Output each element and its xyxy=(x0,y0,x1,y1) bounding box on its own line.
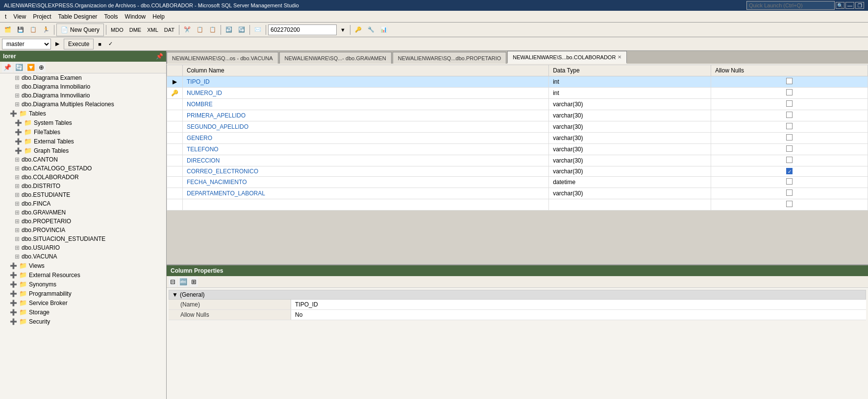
menu-t[interactable]: t xyxy=(2,12,9,21)
toolbar-mdo[interactable]: MDO xyxy=(108,24,126,36)
table-row[interactable] xyxy=(167,199,868,211)
col-nulls-cell[interactable] xyxy=(711,199,868,211)
table-row[interactable]: CORREO_ELECTRONICO varchar(30) xyxy=(167,166,868,177)
col-name-cell[interactable]: SEGUNDO_APELLIDO xyxy=(183,121,549,133)
null-checkbox[interactable] xyxy=(786,112,793,118)
table-row[interactable]: SEGUNDO_APELLIDO varchar(30) xyxy=(167,121,868,133)
toolbar-btn-4[interactable]: 🏃 xyxy=(40,24,52,36)
prop-value-allow-nulls[interactable]: No xyxy=(291,310,866,320)
col-name-cell[interactable]: NUMERO_ID xyxy=(183,88,549,99)
toolbar-dme[interactable]: DME xyxy=(127,24,144,36)
null-checkbox[interactable] xyxy=(786,189,793,196)
toolbar-dropdown[interactable]: ▼ xyxy=(338,24,348,36)
toolbar-btn-1[interactable]: 🗂️ xyxy=(2,24,14,36)
null-checkbox[interactable] xyxy=(786,123,793,129)
col-nulls-cell[interactable] xyxy=(711,121,868,133)
null-checkbox[interactable] xyxy=(786,134,793,141)
table-row[interactable]: DIRECCION varchar(30) xyxy=(167,155,868,166)
query-input[interactable] xyxy=(268,24,337,35)
col-name-cell[interactable]: GENERO xyxy=(183,133,549,144)
col-nulls-cell[interactable] xyxy=(711,99,868,110)
menu-window[interactable]: Window xyxy=(122,12,149,21)
toolbar-btn-3[interactable]: 📋 xyxy=(27,24,39,36)
col-type-cell[interactable]: int xyxy=(549,76,711,88)
sidebar-item-graph-tables[interactable]: ➕ 📁 Graph Tables xyxy=(0,146,166,155)
props-btn-3[interactable]: ⊞ xyxy=(190,277,198,287)
list-item[interactable]: ⊞ dbo.CATALOGO_ESTADO xyxy=(0,164,166,173)
table-row[interactable]: PRIMERA_APELLIDO varchar(30) xyxy=(167,110,868,121)
toolbar-redo[interactable]: ↪️ xyxy=(236,24,248,36)
table-row[interactable]: ▶ TIPO_ID int xyxy=(167,76,868,88)
sidebar-refresh-btn[interactable]: 🔄 xyxy=(14,62,25,72)
list-item[interactable]: ⊞ dbo.Diagrama Inmoviliario xyxy=(0,91,166,100)
prop-section-general[interactable]: ▼ (General) xyxy=(169,290,866,300)
col-nulls-cell[interactable] xyxy=(711,188,868,199)
sidebar-item-external-resources[interactable]: ➕ 📁 External Resources xyxy=(0,270,166,280)
null-checkbox[interactable] xyxy=(786,78,793,84)
toolbar-key[interactable]: 🔑 xyxy=(352,24,364,36)
null-checkbox[interactable] xyxy=(786,100,793,107)
col-type-cell[interactable]: varchar(30) xyxy=(549,188,711,199)
col-name-cell[interactable]: PRIMERA_APELLIDO xyxy=(183,110,549,121)
col-name-cell[interactable] xyxy=(183,199,549,211)
col-type-cell[interactable]: datetime xyxy=(549,177,711,188)
null-checkbox[interactable] xyxy=(786,145,793,152)
menu-help[interactable]: Help xyxy=(149,12,168,21)
menu-tools[interactable]: Tools xyxy=(101,12,121,21)
col-name-cell[interactable]: CORREO_ELECTRONICO xyxy=(183,166,549,177)
list-item[interactable]: ⊞ dbo.DISTRITO xyxy=(0,182,166,190)
table-row[interactable]: TELEFONO varchar(30) xyxy=(167,144,868,155)
sidebar-item-views[interactable]: ➕ 📁 Views xyxy=(0,261,166,270)
sidebar-item-system-tables[interactable]: ➕ 📁 System Tables xyxy=(0,118,166,127)
col-type-cell[interactable]: varchar(30) xyxy=(549,155,711,166)
toolbar-undo[interactable]: ↩️ xyxy=(223,24,235,36)
col-nulls-cell[interactable] xyxy=(711,133,868,144)
sidebar-item-service-broker[interactable]: ➕ 📁 Service Broker xyxy=(0,298,166,307)
tab-gravamen[interactable]: NEWALIENWARE\SQ...- dbo.GRAVAMEN xyxy=(279,52,392,64)
col-type-cell[interactable] xyxy=(549,199,711,211)
col-name-cell[interactable]: DIRECCION xyxy=(183,155,549,166)
new-query-button[interactable]: 📄 New Query xyxy=(56,23,104,36)
col-nulls-cell[interactable] xyxy=(711,144,868,155)
sidebar-item-external-tables[interactable]: ➕ 📁 External Tables xyxy=(0,137,166,146)
prop-value-name[interactable]: TIPO_ID xyxy=(291,300,866,309)
stop-btn[interactable]: ■ xyxy=(96,38,104,50)
check-btn[interactable]: ✓ xyxy=(106,38,115,50)
list-item[interactable]: ⊞ dbo.CANTON xyxy=(0,155,166,164)
sidebar-item-programmability[interactable]: ➕ 📁 Programmability xyxy=(0,289,166,298)
list-item[interactable]: ⊞ dbo.COLABORADOR xyxy=(0,173,166,182)
toolbar-dat[interactable]: DAT xyxy=(162,24,177,36)
toolbar-paste[interactable]: 📋 xyxy=(207,24,219,36)
col-type-cell[interactable]: varchar(30) xyxy=(549,166,711,177)
table-row[interactable]: DEPARTAMENTO_LABORAL varchar(30) xyxy=(167,188,868,199)
close-tab-icon[interactable]: ✕ xyxy=(618,54,621,60)
minimize-btn[interactable]: — xyxy=(845,2,854,9)
col-type-cell[interactable]: varchar(30) xyxy=(549,110,711,121)
col-type-cell[interactable]: int xyxy=(549,88,711,99)
sidebar-item-storage[interactable]: ➕ 📁 Storage xyxy=(0,307,166,317)
sidebar-pin-btn[interactable]: 📌 xyxy=(2,62,13,72)
toolbar-xml[interactable]: XML xyxy=(145,24,161,36)
table-row[interactable]: 🔑 NUMERO_ID int xyxy=(167,88,868,99)
sidebar-item-file-tables[interactable]: ➕ 📁 FileTables xyxy=(0,127,166,137)
null-checkbox[interactable] xyxy=(786,168,793,174)
col-nulls-cell[interactable] xyxy=(711,166,868,177)
toolbar-wrench[interactable]: 🔧 xyxy=(365,24,377,36)
list-item[interactable]: ⊞ dbo.Diagrama Examen xyxy=(0,73,166,82)
toolbar-cut[interactable]: ✂️ xyxy=(181,24,193,36)
toolbar-chart[interactable]: 📊 xyxy=(378,24,390,36)
col-name-cell[interactable]: NOMBRE xyxy=(183,99,549,110)
menu-view[interactable]: View xyxy=(10,12,29,21)
col-type-cell[interactable]: varchar(30) xyxy=(549,121,711,133)
list-item[interactable]: ⊞ dbo.PROVINCIA xyxy=(0,226,166,235)
toolbar-email[interactable]: ✉️ xyxy=(252,24,264,36)
list-item[interactable]: ⊞ dbo.ESTUDIANTE xyxy=(0,190,166,199)
null-checkbox[interactable] xyxy=(786,178,793,185)
tab-propetario[interactable]: NEWALIENWARE\SQ...dbo.PROPETARIO xyxy=(393,52,506,64)
col-nulls-cell[interactable] xyxy=(711,110,868,121)
table-row[interactable]: GENERO varchar(30) xyxy=(167,133,868,144)
null-checkbox[interactable] xyxy=(786,89,793,95)
col-nulls-cell[interactable] xyxy=(711,155,868,166)
sidebar-item-security[interactable]: ➕ 📁 Security xyxy=(0,317,166,326)
menu-table-designer[interactable]: Table Designer xyxy=(55,12,100,21)
